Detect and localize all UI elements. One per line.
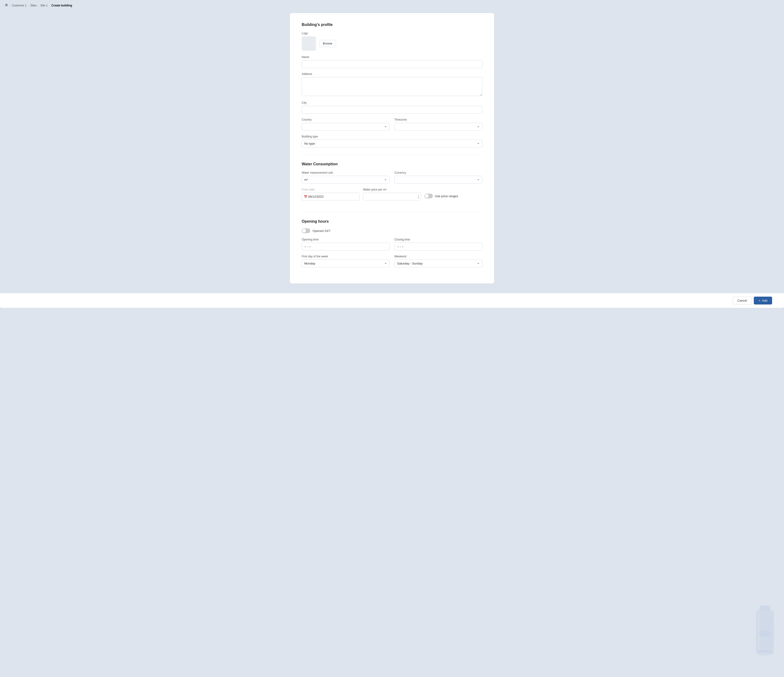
- svg-point-2: [756, 650, 774, 655]
- city-label: City: [302, 101, 482, 105]
- opening-time-group: Opening time: [302, 238, 390, 251]
- breadcrumb-sep-4: ›: [49, 4, 50, 7]
- address-label: Address: [302, 72, 482, 76]
- city-group: City: [302, 101, 482, 114]
- name-label: Name: [302, 55, 482, 59]
- use-price-ranges-group: Use price ranges: [424, 193, 482, 201]
- water-price-input[interactable]: [363, 193, 421, 201]
- name-group: Name: [302, 55, 482, 68]
- watermark-illustration: [751, 605, 779, 670]
- water-price-group: Water price per m³ ▲▼: [363, 188, 421, 201]
- water-price-wrap: ▲▼: [363, 193, 421, 201]
- breadcrumb: › Customer 1 › Sites › Site 1 › Create b…: [0, 0, 784, 11]
- country-select[interactable]: [302, 123, 390, 131]
- main-card: Building's profile Logo Browse Name Addr…: [290, 13, 494, 284]
- water-unit-label: Water measurement unit: [302, 171, 390, 175]
- currency-select[interactable]: USD EUR: [394, 176, 482, 184]
- home-icon[interactable]: [5, 3, 8, 7]
- add-label: Add: [762, 299, 767, 303]
- building-type-select[interactable]: No type Office Residential Industrial Re…: [302, 140, 482, 148]
- water-unit-select[interactable]: m³ L gal: [302, 176, 390, 184]
- spinner-arrows[interactable]: ▲▼: [417, 194, 420, 199]
- divider-1: [302, 154, 482, 155]
- breadcrumb-site1[interactable]: Site 1: [40, 4, 48, 7]
- water-price-label: Water price per m³: [363, 188, 421, 191]
- currency-group: Currency USD EUR: [394, 171, 482, 184]
- from-date-input[interactable]: [302, 193, 360, 201]
- logo-area: Browse: [302, 36, 482, 51]
- logo-group: Logo Browse: [302, 32, 482, 51]
- use-price-toggle-row: Use price ranges: [424, 193, 482, 201]
- name-input[interactable]: [302, 60, 482, 68]
- opening-time-label: Opening time: [302, 238, 390, 241]
- timezone-group: Timezone: [394, 118, 482, 131]
- water-section-title: Water Consumption: [302, 162, 482, 166]
- building-profile-title: Building's profile: [302, 23, 482, 27]
- svg-rect-1: [756, 610, 774, 653]
- opened-247-label: Opened 24/7: [313, 229, 330, 232]
- timezone-select[interactable]: [394, 123, 482, 131]
- browse-button[interactable]: Browse: [319, 40, 336, 47]
- logo-label: Logo: [302, 32, 482, 35]
- weekend-select[interactable]: Saturday - Sunday Friday - Saturday Sund…: [394, 259, 482, 267]
- closing-time-input[interactable]: [394, 243, 482, 251]
- weekend-group: Weekend Saturday - Sunday Friday - Satur…: [394, 255, 482, 267]
- building-profile-section: Building's profile Logo Browse Name Addr…: [302, 23, 482, 148]
- country-label: Country: [302, 118, 390, 121]
- first-day-label: First day of the week: [302, 255, 390, 258]
- add-icon: +: [759, 299, 761, 303]
- closing-time-label: Closing time: [394, 238, 482, 241]
- currency-label: Currency: [394, 171, 482, 175]
- water-unit-currency-row: Water measurement unit m³ L gal Currency…: [302, 171, 482, 188]
- breadcrumb-sites[interactable]: Sites: [30, 4, 37, 7]
- water-unit-group: Water measurement unit m³ L gal: [302, 171, 390, 184]
- breadcrumb-sep-2: ›: [28, 4, 29, 7]
- breadcrumb-sep-1: ›: [9, 4, 11, 7]
- logo-preview: [302, 36, 316, 51]
- calendar-icon: 📅: [304, 195, 307, 198]
- building-type-group: Building type No type Office Residential…: [302, 135, 482, 148]
- use-price-ranges-label: Use price ranges: [435, 194, 458, 198]
- building-type-label: Building type: [302, 135, 482, 138]
- opening-time-input[interactable]: [302, 243, 390, 251]
- closing-time-group: Closing time: [394, 238, 482, 251]
- footer-bar: Cancel + Add: [0, 293, 784, 308]
- address-group: Address: [302, 72, 482, 97]
- water-consumption-section: Water Consumption Water measurement unit…: [302, 162, 482, 205]
- date-price-row: From date 📅 Water price per m³ ▲▼ Use pr…: [302, 188, 482, 205]
- add-button[interactable]: + Add: [754, 296, 772, 304]
- svg-rect-0: [760, 606, 770, 610]
- svg-rect-3: [757, 612, 760, 650]
- cancel-button[interactable]: Cancel: [733, 296, 751, 304]
- opening-hours-title: Opening hours: [302, 219, 482, 224]
- opening-hours-section: Opening hours Opened 24/7 Opening time C…: [302, 219, 482, 271]
- opened-247-row: Opened 24/7: [302, 228, 482, 233]
- first-day-group: First day of the week Monday Sunday Satu…: [302, 255, 390, 267]
- first-day-select[interactable]: Monday Sunday Saturday: [302, 259, 390, 267]
- breadcrumb-current: Create building: [51, 4, 72, 7]
- country-group: Country: [302, 118, 390, 131]
- opening-closing-time-row: Opening time Closing time: [302, 238, 482, 255]
- from-date-label: From date: [302, 188, 360, 191]
- first-day-weekend-row: First day of the week Monday Sunday Satu…: [302, 255, 482, 271]
- from-date-wrap: 📅: [302, 193, 360, 201]
- timezone-label: Timezone: [394, 118, 482, 121]
- country-timezone-row: Country Timezone: [302, 118, 482, 135]
- use-price-ranges-toggle[interactable]: [424, 193, 433, 198]
- breadcrumb-customer[interactable]: Customer 1: [12, 4, 26, 7]
- city-input[interactable]: [302, 106, 482, 114]
- from-date-group: From date 📅: [302, 188, 360, 201]
- weekend-label: Weekend: [394, 255, 482, 258]
- breadcrumb-sep-3: ›: [38, 4, 39, 7]
- address-input[interactable]: [302, 77, 482, 96]
- opened-247-toggle[interactable]: [302, 228, 310, 233]
